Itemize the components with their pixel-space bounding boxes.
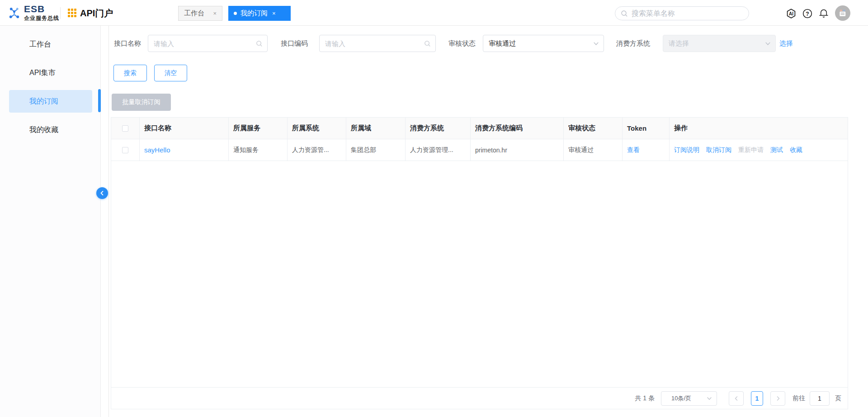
clear-button[interactable]: 清空 xyxy=(154,65,187,81)
subscriptions-table: 接口名称 所属服务 所属系统 所属域 消费方系统 消费方系统编码 审核状态 To… xyxy=(111,117,848,409)
avatar-glyph-icon xyxy=(838,9,847,18)
interface-code-input[interactable] xyxy=(325,40,424,47)
interface-code-field[interactable] xyxy=(319,35,436,52)
search-icon xyxy=(621,10,628,17)
menu-search-box[interactable] xyxy=(615,6,749,20)
main-content: 接口名称 接口编码 审核状态 审核通过 消费方系统 请选择 选择 搜索 清空 批… xyxy=(108,26,868,417)
esb-logo-text: ESB 企业服务总线 xyxy=(24,4,59,21)
col-token: Token xyxy=(623,118,670,139)
col-system: 所属系统 xyxy=(288,118,346,139)
logo-subtitle: 企业服务总线 xyxy=(24,15,59,21)
help-icon[interactable]: ? xyxy=(802,8,813,19)
col-interface-name: 接口名称 xyxy=(140,118,229,139)
user-avatar[interactable] xyxy=(835,5,850,21)
page-unit-label: 页 xyxy=(835,394,841,403)
api-portal-grid-icon xyxy=(68,9,76,17)
sidebar-collapse-button[interactable] xyxy=(96,187,108,199)
tab-my-subscriptions[interactable]: 我的订阅 × xyxy=(228,6,291,21)
cell-audit-status: 审核通过 xyxy=(564,139,623,161)
tab-workbench[interactable]: 工作台 × xyxy=(178,6,222,21)
svg-text:AI: AI xyxy=(789,11,793,16)
col-audit-status: 审核状态 xyxy=(564,118,623,139)
page-size-value: 10条/页 xyxy=(671,394,691,403)
sidebar-item-label: 我的订阅 xyxy=(29,97,58,106)
logo-title: ESB xyxy=(24,4,59,14)
menu-search-input[interactable] xyxy=(632,9,743,18)
cell-consumer-code: primeton.hr xyxy=(471,139,564,161)
col-operations: 操作 xyxy=(670,118,848,139)
cell-consumer: 人力资源管理... xyxy=(406,139,471,161)
chevron-down-icon xyxy=(765,41,771,47)
cell-system: 人力资源管... xyxy=(288,139,346,161)
op-subscription-info[interactable]: 订阅说明 xyxy=(674,146,699,154)
sidebar-item-workbench[interactable]: 工作台 xyxy=(9,33,92,56)
prev-page-button[interactable] xyxy=(729,391,744,406)
goto-page-input[interactable] xyxy=(810,391,830,406)
interface-name-link[interactable]: sayHello xyxy=(144,146,170,154)
chevron-left-icon xyxy=(99,190,105,196)
col-service: 所属服务 xyxy=(229,118,288,139)
svg-text:?: ? xyxy=(806,11,809,17)
current-page-button[interactable]: 1 xyxy=(751,391,763,406)
col-consumer-code: 消费方系统编码 xyxy=(471,118,564,139)
top-header: ESB 企业服务总线 API门户 工作台 × 我的订阅 × AI ? xyxy=(0,0,868,26)
cell-domain: 集团总部 xyxy=(346,139,406,161)
pagination-bar: 共 1 条 10条/页 1 前往 页 xyxy=(111,387,848,409)
chevron-down-icon xyxy=(707,396,712,401)
table-header-row: 接口名称 所属服务 所属系统 所属域 消费方系统 消费方系统编码 审核状态 To… xyxy=(111,118,848,139)
select-all-checkbox[interactable] xyxy=(122,125,128,132)
consumer-system-label: 消费方系统 xyxy=(616,39,650,48)
search-icon xyxy=(424,40,431,47)
op-unsubscribe[interactable]: 取消订阅 xyxy=(706,146,731,154)
next-page-button[interactable] xyxy=(770,391,785,406)
portal-title: API门户 xyxy=(80,7,113,19)
interface-name-label: 接口名称 xyxy=(114,39,141,48)
consumer-system-choose-link[interactable]: 选择 xyxy=(779,39,793,48)
audit-status-value: 审核通过 xyxy=(489,39,516,48)
pagination-total: 共 1 条 xyxy=(635,394,655,403)
interface-name-field[interactable] xyxy=(148,35,268,52)
table-row: sayHello 通知服务 人力资源管... 集团总部 人力资源管理... pr… xyxy=(111,139,848,161)
esb-logo-icon xyxy=(7,6,21,20)
sidebar-item-label: 工作台 xyxy=(29,40,51,49)
sidebar-nav: 工作台 API集市 我的订阅 我的收藏 xyxy=(0,26,101,417)
sidebar-item-label: API集市 xyxy=(29,68,56,78)
batch-unsubscribe-button[interactable]: 批量取消订阅 xyxy=(112,94,171,111)
search-icon xyxy=(256,40,263,47)
col-domain: 所属域 xyxy=(346,118,406,139)
chevron-left-icon xyxy=(734,396,739,401)
op-test[interactable]: 测试 xyxy=(770,146,783,154)
active-tab-dot-icon xyxy=(234,12,237,15)
table-empty-area xyxy=(111,161,848,387)
interface-code-label: 接口编码 xyxy=(281,39,308,48)
header-divider xyxy=(60,7,61,19)
consumer-system-placeholder: 请选择 xyxy=(669,39,689,48)
consumer-system-select: 请选择 xyxy=(663,35,776,52)
sidebar-item-label: 我的收藏 xyxy=(29,125,58,135)
sidebar-item-my-subscriptions[interactable]: 我的订阅 xyxy=(9,90,92,113)
page-size-select[interactable]: 10条/页 xyxy=(661,391,717,406)
interface-name-input[interactable] xyxy=(154,40,256,47)
tab-my-subscriptions-label: 我的订阅 xyxy=(241,9,268,18)
op-reapply: 重新申请 xyxy=(738,146,764,154)
tab-close-icon[interactable]: × xyxy=(272,10,276,17)
row-checkbox[interactable] xyxy=(122,147,128,153)
sidebar-item-api-market[interactable]: API集市 xyxy=(9,62,92,84)
goto-page-label: 前往 xyxy=(793,394,805,403)
audit-status-select[interactable]: 审核通过 xyxy=(483,35,604,52)
tab-close-icon[interactable]: × xyxy=(213,10,217,17)
tab-workbench-label: 工作台 xyxy=(184,9,204,18)
audit-status-label: 审核状态 xyxy=(448,39,476,48)
sidebar-item-my-favorites[interactable]: 我的收藏 xyxy=(9,118,92,141)
cell-service: 通知服务 xyxy=(229,139,288,161)
active-item-indicator xyxy=(98,89,101,112)
col-consumer-system: 消费方系统 xyxy=(406,118,471,139)
bell-icon[interactable] xyxy=(818,8,829,19)
chevron-down-icon xyxy=(593,41,599,47)
search-button[interactable]: 搜索 xyxy=(113,65,147,81)
op-favorite[interactable]: 收藏 xyxy=(790,146,802,154)
ai-assistant-icon[interactable]: AI xyxy=(786,8,797,19)
chevron-right-icon xyxy=(775,396,781,401)
token-view-link[interactable]: 查看 xyxy=(627,146,640,154)
row-operations: 订阅说明 取消订阅 重新申请 测试 收藏 xyxy=(674,146,802,154)
